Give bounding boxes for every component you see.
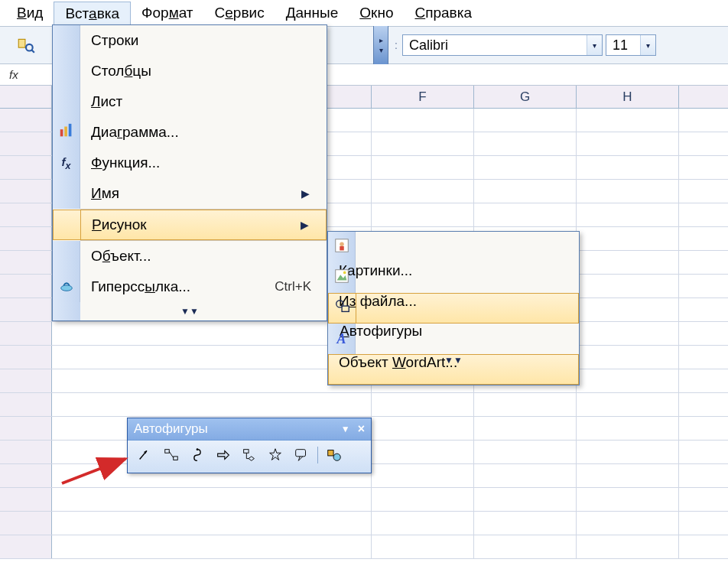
svg-point-17 xyxy=(197,448,199,450)
chevron-right-icon: ▸ xyxy=(379,36,383,44)
menu-item-hyperlink-shortcut: Ctrl+K xyxy=(275,279,316,294)
hyperlink-icon xyxy=(58,277,75,297)
menu-item-rows-label: Строки xyxy=(91,32,138,49)
menu-item-sheet[interactable]: Лист xyxy=(53,86,327,117)
font-name-value: Calibri xyxy=(403,36,587,55)
menu-insert[interactable]: Вставка xyxy=(54,2,131,25)
menu-item-cols[interactable]: Столбцы xyxy=(53,56,327,86)
toolbar-left xyxy=(0,36,52,54)
menu-view-label: ид xyxy=(27,5,44,21)
svg-rect-4 xyxy=(64,127,67,137)
font-size-dropdown-button[interactable]: ▾ xyxy=(640,35,655,55)
font-name-combo[interactable]: Calibri ▾ xyxy=(402,34,603,56)
menubar: Вид Вставка Формат Сервис Данные Окно Сп… xyxy=(0,0,728,26)
font-size-combo[interactable]: 11 ▾ xyxy=(606,34,656,56)
menu-item-name[interactable]: Имя▶ xyxy=(53,178,327,209)
svg-rect-10 xyxy=(335,270,348,283)
grid-row xyxy=(0,512,728,535)
menu-data[interactable]: Данные xyxy=(275,2,349,24)
menu-help[interactable]: Справка xyxy=(404,2,483,24)
close-icon[interactable]: × xyxy=(358,422,365,436)
svg-rect-21 xyxy=(296,450,306,457)
menu-item-name-label: Имя xyxy=(91,185,119,202)
connectors-tool-icon[interactable] xyxy=(160,445,183,465)
svg-rect-14 xyxy=(342,306,349,311)
menu-item-object[interactable]: Объект... xyxy=(53,241,327,271)
menu-item-object-label: Объект... xyxy=(91,248,151,265)
svg-rect-0 xyxy=(18,39,25,47)
grid-row xyxy=(0,393,728,417)
col-header-i[interactable]: I xyxy=(679,86,728,108)
svg-point-23 xyxy=(333,454,340,460)
grid-row xyxy=(0,488,728,512)
menu-item-cols-label: Столбцы xyxy=(91,63,151,80)
chart-icon xyxy=(58,122,75,142)
svg-point-12 xyxy=(343,271,346,275)
svg-marker-20 xyxy=(270,449,281,460)
col-header-g[interactable]: G xyxy=(474,86,577,108)
wordart-icon: A xyxy=(336,331,346,347)
menu-item-function-label: Функция... xyxy=(91,154,160,171)
lines-tool-icon[interactable] xyxy=(134,445,157,465)
insert-menu-dropdown: Строки Столбцы Лист Диаграмма... fx Функ… xyxy=(52,24,327,321)
find-replace-icon[interactable] xyxy=(16,36,36,54)
menu-view[interactable]: Вид xyxy=(6,2,54,24)
annotation-arrow-icon xyxy=(58,453,135,491)
svg-line-25 xyxy=(62,459,125,483)
svg-rect-15 xyxy=(165,450,170,454)
svg-rect-18 xyxy=(244,450,249,454)
menu-item-picture-label: Рисунок xyxy=(92,216,147,233)
menu-item-chart-label: Диаграмма... xyxy=(91,124,179,141)
svg-line-2 xyxy=(32,50,34,52)
menu-item-function[interactable]: fx Функция... xyxy=(53,148,327,178)
col-header-h[interactable]: H xyxy=(577,86,679,108)
function-icon: fx xyxy=(62,155,71,171)
menu-item-chart[interactable]: Диаграмма... xyxy=(53,117,327,148)
menu-item-sheet-label: Лист xyxy=(91,93,122,110)
stars-banners-tool-icon[interactable] xyxy=(264,445,287,465)
font-size-value: 11 xyxy=(606,36,640,55)
menu-window[interactable]: Окно xyxy=(349,2,404,24)
submenu-arrow-icon: ▶ xyxy=(301,219,315,231)
svg-point-8 xyxy=(340,242,344,246)
submenu-autoshapes-label: Автофигуры xyxy=(340,323,422,340)
chevron-down-icon: ▾ xyxy=(379,46,383,54)
autoshapes-title-label: Автофигуры xyxy=(134,421,208,437)
grid-row xyxy=(0,535,728,559)
col-header-f[interactable]: F xyxy=(372,86,474,108)
svg-point-1 xyxy=(26,44,33,51)
basic-shapes-tool-icon[interactable] xyxy=(186,445,209,465)
corner-header[interactable] xyxy=(0,86,52,108)
svg-rect-16 xyxy=(174,457,178,460)
submenu-wordart-label: Объект WordArt... xyxy=(339,354,457,371)
flowchart-tool-icon[interactable] xyxy=(238,445,261,465)
menu-expand-button[interactable]: ▼▼ xyxy=(53,302,327,320)
submenu-item-clipart[interactable]: Картинки... xyxy=(328,232,579,262)
svg-rect-3 xyxy=(60,129,63,136)
autoshapes-titlebar[interactable]: Автофигуры ▼ × xyxy=(128,418,371,440)
more-autoshapes-tool-icon[interactable] xyxy=(323,445,346,465)
menu-item-hyperlink[interactable]: Гиперссылка...Ctrl+K xyxy=(53,271,327,302)
svg-marker-19 xyxy=(249,457,254,461)
menu-item-rows[interactable]: Строки xyxy=(53,25,327,56)
block-arrows-tool-icon[interactable] xyxy=(212,445,235,465)
fx-label: fx xyxy=(9,68,18,81)
menu-service[interactable]: Сервис xyxy=(204,2,275,24)
autoshapes-body xyxy=(128,440,371,473)
toolbar-options-icon[interactable]: ▼ xyxy=(341,424,350,434)
callouts-tool-icon[interactable] xyxy=(290,445,313,465)
autoshapes-toolbar[interactable]: Автофигуры ▼ × xyxy=(127,418,372,473)
picture-submenu: Картинки... Из файла... Автофигуры A Объ… xyxy=(327,231,580,385)
menu-item-hyperlink-label: Гиперссылка... xyxy=(91,278,190,295)
svg-rect-9 xyxy=(340,246,344,251)
toolbar-grip-icon: : xyxy=(393,39,399,51)
font-name-dropdown-button[interactable]: ▾ xyxy=(587,35,602,55)
svg-rect-22 xyxy=(328,450,333,456)
svg-rect-5 xyxy=(68,124,71,137)
menu-item-picture[interactable]: Рисунок▶ xyxy=(53,210,327,240)
clipart-icon xyxy=(333,237,350,257)
menu-format[interactable]: Формат xyxy=(131,2,204,24)
svg-point-6 xyxy=(60,285,72,291)
double-chevron-down-icon: ▼▼ xyxy=(53,306,327,317)
toolbar-overflow-button[interactable]: ▸ ▾ xyxy=(373,26,388,64)
